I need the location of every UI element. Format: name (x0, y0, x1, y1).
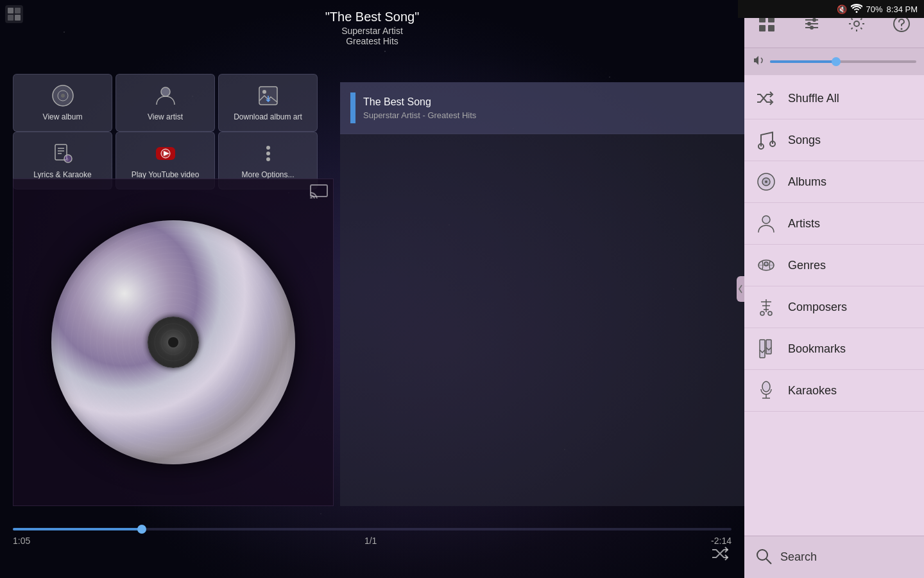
svg-rect-49 (760, 340, 765, 358)
svg-rect-24 (759, 25, 766, 31)
volume-thumb (832, 57, 841, 66)
artists-icon (755, 212, 778, 235)
svg-point-30 (812, 18, 816, 22)
karaokes-icon (755, 379, 778, 402)
svg-point-8 (161, 87, 170, 96)
search-label: Search (780, 550, 817, 564)
sidebar-item-artists[interactable]: Artists (744, 203, 924, 245)
songs-icon (755, 128, 778, 152)
current-time: 8:34 PM (887, 4, 918, 14)
album-art-container (13, 179, 334, 506)
sidebar-item-shuffle-all[interactable]: Shuffle All (744, 78, 924, 119)
svg-point-21 (310, 197, 312, 198)
sidebar-item-albums[interactable]: Albums (744, 161, 924, 203)
wifi-icon (851, 4, 862, 15)
track-meta: Superstar Artist - Greatest Hits (363, 110, 734, 120)
artist-name: Superstar Artist (0, 26, 744, 36)
disc-icon (50, 83, 76, 109)
progress-times: 1:05 1/1 -2:14 (13, 536, 732, 546)
track-info: The Best Song Superstar Artist - Greates… (363, 96, 734, 120)
sidebar-item-bookmarks[interactable]: Bookmarks (744, 328, 924, 370)
svg-point-18 (266, 152, 270, 155)
svg-point-40 (762, 216, 770, 223)
quick-actions-row1: View album View artist Download album ar… (13, 74, 334, 132)
sidebar-item-songs[interactable]: Songs (744, 119, 924, 161)
mute-icon: 🔇 (837, 4, 847, 14)
more-options-icon (255, 141, 281, 166)
composers-label: Composers (788, 301, 847, 314)
progress-thumb (137, 525, 146, 534)
songs-label: Songs (788, 134, 821, 147)
cast-icon[interactable] (310, 184, 328, 201)
volume-row (744, 48, 924, 75)
time-position: 1/1 (364, 536, 377, 546)
view-artist-button[interactable]: View artist (116, 74, 215, 132)
artists-label: Artists (788, 217, 820, 231)
time-current: 1:05 (13, 536, 30, 546)
shuffle-bottom-button[interactable] (711, 543, 732, 566)
sidebar-item-karaokes[interactable]: Karaokes (744, 370, 924, 412)
volume-fill (770, 60, 836, 63)
svg-point-51 (762, 381, 770, 392)
genres-label: Genres (788, 259, 826, 272)
svg-rect-20 (311, 185, 327, 197)
progress-fill (13, 528, 142, 530)
person-icon (153, 83, 178, 109)
sidebar-item-genres[interactable]: Genres (744, 245, 924, 286)
svg-point-17 (266, 146, 270, 150)
albums-icon (755, 170, 778, 193)
view-album-button[interactable]: View album (13, 74, 112, 132)
albums-label: Albums (788, 175, 826, 189)
svg-point-7 (61, 94, 65, 98)
search-button[interactable]: Search (744, 536, 924, 578)
cd-disc (51, 220, 295, 464)
svg-point-34 (901, 28, 903, 30)
svg-point-39 (765, 180, 767, 183)
svg-point-54 (757, 550, 767, 560)
svg-point-29 (807, 22, 811, 26)
sidebar-item-composers[interactable]: Composers (744, 286, 924, 328)
download-art-icon (255, 83, 281, 109)
svg-rect-25 (768, 25, 774, 31)
svg-point-31 (810, 26, 814, 30)
volume-slider[interactable] (770, 60, 916, 63)
svg-line-55 (766, 559, 771, 564)
view-artist-label: View artist (148, 112, 183, 123)
svg-rect-50 (766, 340, 771, 354)
song-title: "The Best Song" (0, 10, 744, 24)
volume-icon (752, 54, 765, 69)
cd-rings (51, 220, 295, 464)
bookmarks-icon (755, 337, 778, 360)
battery-level: 70% (866, 4, 883, 14)
progress-track[interactable] (13, 528, 732, 530)
view-album-label: View album (43, 112, 83, 123)
right-sidebar: Shuffle All Songs Albums (744, 0, 924, 578)
album-name: Greatest Hits (0, 36, 744, 46)
playlist-item[interactable]: The Best Song Superstar Artist - Greates… (340, 82, 744, 134)
track-title: The Best Song (363, 96, 734, 108)
status-bar: 🔇 70% 8:34 PM (738, 0, 924, 18)
svg-point-19 (266, 157, 270, 161)
shuffle-icon (755, 87, 778, 110)
youtube-icon (153, 141, 178, 166)
progress-container: 1:05 1/1 -2:14 (0, 528, 744, 546)
karaokes-label: Karaokes (788, 384, 837, 398)
bookmarks-label: Bookmarks (788, 342, 846, 356)
svg-text:♪: ♪ (66, 157, 69, 162)
sidebar-collapse-handle[interactable] (737, 276, 744, 302)
download-art-label: Download album art (234, 112, 302, 123)
composers-icon (755, 295, 778, 319)
shuffle-all-label: Shuffle All (788, 92, 839, 105)
active-indicator (350, 92, 355, 123)
download-art-button[interactable]: Download album art (218, 74, 318, 132)
playlist-area: The Best Song Superstar Artist - Greates… (340, 82, 744, 506)
sidebar-nav: Shuffle All Songs Albums (744, 75, 924, 536)
genres-icon (755, 254, 778, 277)
svg-point-32 (854, 21, 859, 26)
search-icon (755, 547, 773, 568)
now-playing-header: "The Best Song" Superstar Artist Greates… (0, 10, 744, 46)
lyrics-icon: ♪ (50, 141, 76, 166)
svg-point-47 (760, 311, 764, 315)
svg-point-48 (768, 311, 772, 315)
svg-point-10 (262, 90, 266, 94)
